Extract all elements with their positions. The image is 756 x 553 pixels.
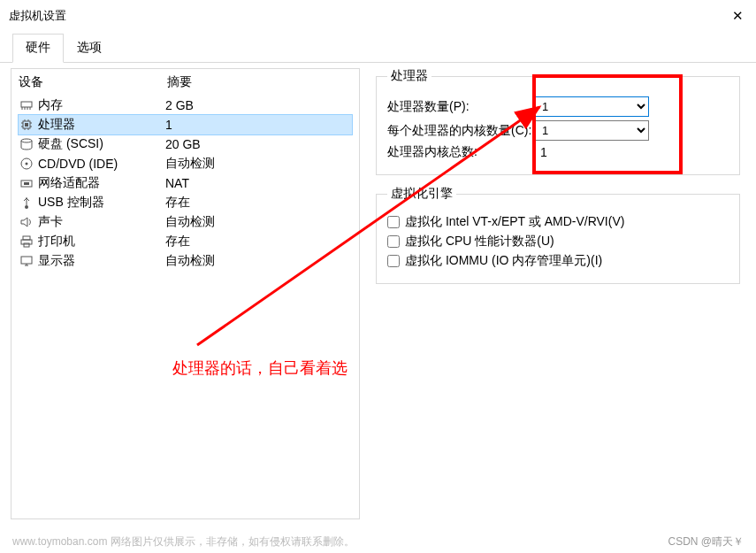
header-summary: 摘要: [167, 74, 352, 90]
processor-count-label: 处理器数量(P):: [387, 99, 534, 115]
device-row[interactable]: 打印机存在: [19, 232, 352, 251]
device-name: 处理器: [38, 117, 165, 133]
device-name: 打印机: [38, 234, 165, 250]
footer-left: www.toymoban.com 网络图片仅供展示，非存储，如有侵权请联系删除。: [12, 534, 355, 549]
device-row[interactable]: 网络适配器NAT: [19, 173, 352, 193]
cores-per-proc-label: 每个处理器的内核数量(C):: [387, 123, 534, 139]
svg-rect-6: [25, 123, 28, 127]
device-row[interactable]: 内存2 GB: [19, 96, 352, 115]
device-row[interactable]: 声卡自动检测: [19, 212, 352, 232]
virt-cpu-counter-checkbox[interactable]: [387, 235, 400, 248]
tab-strip: 硬件 选项: [0, 34, 756, 63]
virt-vtx-checkbox[interactable]: [387, 216, 400, 228]
display-icon: [19, 254, 34, 268]
svg-rect-23: [23, 236, 30, 240]
device-row[interactable]: 显示器自动检测: [19, 251, 352, 271]
device-summary: 自动检测: [165, 214, 352, 230]
memory-icon: [19, 98, 34, 112]
device-row[interactable]: 硬盘 (SCSI)20 GB: [19, 134, 352, 154]
virt-cpu-counter-label: 虚拟化 CPU 性能计数器(U): [405, 234, 554, 250]
annotation-text: 处理器的话，自己看着选: [172, 357, 347, 379]
total-cores-value: 1: [534, 145, 547, 159]
tab-hardware[interactable]: 硬件: [12, 34, 64, 63]
svg-rect-26: [21, 257, 32, 264]
device-name: 显示器: [38, 253, 165, 269]
header-device: 设备: [19, 74, 167, 90]
device-summary: 自动检测: [165, 253, 352, 269]
device-summary: 2 GB: [165, 98, 352, 112]
processor-fieldset: 处理器 处理器数量(P): 1 每个处理器的内核数量(C): 1 处理器内: [376, 68, 740, 175]
sound-icon: [19, 215, 34, 229]
device-name: 声卡: [38, 214, 165, 230]
close-button[interactable]: ✕: [732, 8, 744, 24]
device-name: CD/DVD (IDE): [38, 157, 165, 171]
device-list-panel: 设备 摘要 内存2 GB处理器1硬盘 (SCSI)20 GBCD/DVD (ID…: [11, 68, 360, 519]
network-icon: [19, 176, 34, 190]
device-name: 硬盘 (SCSI): [38, 136, 165, 152]
virtualization-legend: 虚拟化引擎: [387, 186, 456, 202]
cores-per-proc-select[interactable]: 1: [534, 120, 649, 141]
svg-rect-0: [21, 102, 32, 107]
window-title: 虚拟机设置: [9, 8, 66, 24]
device-summary: 1: [165, 118, 352, 132]
tab-options[interactable]: 选项: [64, 34, 115, 62]
virtualization-fieldset: 虚拟化引擎 虚拟化 Intel VT-x/EPT 或 AMD-V/RVI(V) …: [376, 186, 740, 284]
svg-point-15: [21, 139, 32, 142]
right-panel: 处理器 处理器数量(P): 1 每个处理器的内核数量(C): 1 处理器内: [370, 68, 745, 519]
device-name: 网络适配器: [38, 175, 165, 191]
svg-rect-19: [24, 182, 29, 185]
device-row[interactable]: 处理器1: [19, 115, 352, 134]
cpu-icon: [19, 118, 34, 132]
processor-legend: 处理器: [387, 68, 431, 84]
processor-count-select[interactable]: 1: [534, 96, 649, 117]
titlebar: 虚拟机设置 ✕: [0, 0, 756, 32]
device-summary: 20 GB: [165, 137, 352, 151]
footer: www.toymoban.com 网络图片仅供展示，非存储，如有侵权请联系删除。…: [0, 534, 756, 549]
svg-marker-22: [21, 218, 27, 227]
total-cores-label: 处理器内核总数:: [387, 144, 534, 160]
disk-icon: [19, 137, 34, 151]
printer-icon: [19, 234, 34, 249]
device-row[interactable]: CD/DVD (IDE)自动检测: [19, 154, 352, 173]
virt-vtx-label: 虚拟化 Intel VT-x/EPT 或 AMD-V/RVI(V): [405, 214, 624, 230]
device-name: 内存: [38, 97, 165, 113]
device-row[interactable]: USB 控制器存在: [19, 193, 352, 212]
footer-right: CSDN @晴天￥: [668, 534, 744, 549]
device-summary: NAT: [165, 176, 352, 190]
device-summary: 自动检测: [165, 156, 352, 172]
usb-icon: [19, 196, 34, 210]
svg-point-20: [25, 205, 28, 209]
virt-iommu-label: 虚拟化 IOMMU (IO 内存管理单元)(I): [405, 253, 602, 269]
cd-icon: [19, 157, 34, 171]
device-summary: 存在: [165, 195, 352, 211]
svg-point-17: [26, 163, 28, 165]
device-summary: 存在: [165, 234, 352, 250]
virt-iommu-checkbox[interactable]: [387, 255, 400, 267]
device-name: USB 控制器: [38, 195, 165, 211]
